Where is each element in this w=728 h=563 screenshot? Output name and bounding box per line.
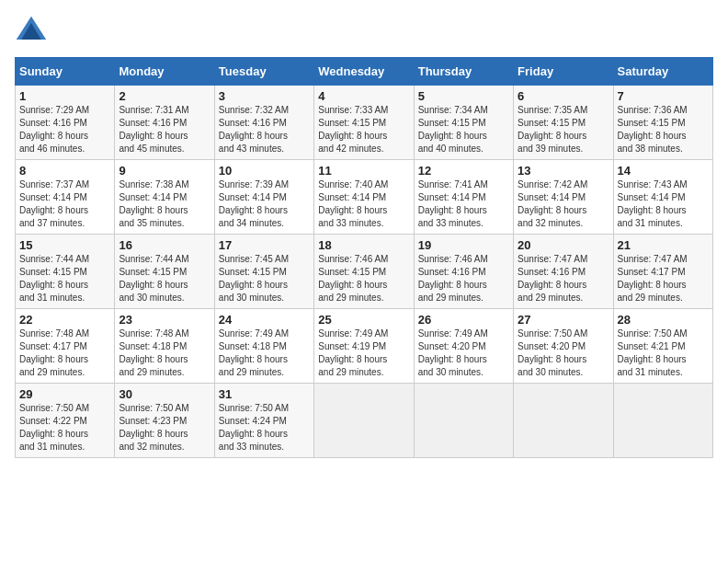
day-number: 3 (219, 89, 310, 103)
day-number: 30 (119, 387, 210, 401)
day-number: 9 (119, 164, 210, 178)
day-info: Sunrise: 7:29 AM Sunset: 4:16 PM Dayligh… (19, 104, 110, 155)
calendar-cell: 31Sunrise: 7:50 AM Sunset: 4:24 PM Dayli… (214, 384, 313, 458)
calendar-header-row: SundayMondayTuesdayWednesdayThursdayFrid… (16, 58, 713, 86)
day-number: 16 (119, 238, 210, 252)
day-number: 15 (19, 238, 110, 252)
calendar-week-row: 29Sunrise: 7:50 AM Sunset: 4:22 PM Dayli… (16, 384, 713, 458)
calendar-cell: 19Sunrise: 7:46 AM Sunset: 4:16 PM Dayli… (414, 235, 513, 309)
day-info: Sunrise: 7:31 AM Sunset: 4:16 PM Dayligh… (119, 104, 210, 155)
day-number: 26 (418, 313, 509, 327)
calendar-cell: 23Sunrise: 7:48 AM Sunset: 4:18 PM Dayli… (115, 309, 214, 384)
day-number: 18 (318, 238, 409, 252)
day-number: 25 (318, 313, 409, 327)
day-number: 4 (318, 89, 409, 103)
day-info: Sunrise: 7:47 AM Sunset: 4:16 PM Dayligh… (518, 253, 609, 304)
day-info: Sunrise: 7:42 AM Sunset: 4:14 PM Dayligh… (518, 178, 609, 230)
day-info: Sunrise: 7:37 AM Sunset: 4:14 PM Dayligh… (19, 178, 110, 230)
day-info: Sunrise: 7:49 AM Sunset: 4:18 PM Dayligh… (219, 327, 310, 379)
day-info: Sunrise: 7:48 AM Sunset: 4:18 PM Dayligh… (119, 327, 210, 379)
calendar-cell: 6Sunrise: 7:35 AM Sunset: 4:15 PM Daylig… (514, 86, 613, 160)
calendar-cell: 27Sunrise: 7:50 AM Sunset: 4:20 PM Dayli… (514, 309, 613, 384)
day-info: Sunrise: 7:35 AM Sunset: 4:15 PM Dayligh… (518, 104, 609, 155)
calendar-week-row: 8Sunrise: 7:37 AM Sunset: 4:14 PM Daylig… (16, 160, 713, 235)
calendar-cell: 25Sunrise: 7:49 AM Sunset: 4:19 PM Dayli… (314, 309, 414, 384)
day-number: 11 (318, 164, 409, 178)
calendar-cell (613, 384, 712, 458)
day-info: Sunrise: 7:50 AM Sunset: 4:21 PM Dayligh… (618, 327, 709, 379)
day-info: Sunrise: 7:32 AM Sunset: 4:16 PM Dayligh… (219, 104, 310, 155)
calendar-cell: 13Sunrise: 7:42 AM Sunset: 4:14 PM Dayli… (514, 160, 613, 235)
day-number: 10 (219, 164, 310, 178)
calendar-cell: 1Sunrise: 7:29 AM Sunset: 4:16 PM Daylig… (16, 86, 115, 160)
column-header-wednesday: Wednesday (314, 58, 414, 86)
day-info: Sunrise: 7:46 AM Sunset: 4:15 PM Dayligh… (318, 253, 409, 304)
day-number: 20 (518, 238, 609, 252)
day-info: Sunrise: 7:39 AM Sunset: 4:14 PM Dayligh… (219, 178, 310, 230)
day-info: Sunrise: 7:46 AM Sunset: 4:16 PM Dayligh… (418, 253, 509, 304)
day-number: 5 (418, 89, 509, 103)
day-info: Sunrise: 7:49 AM Sunset: 4:19 PM Dayligh… (318, 327, 409, 379)
calendar-cell: 28Sunrise: 7:50 AM Sunset: 4:21 PM Dayli… (613, 309, 712, 384)
column-header-thursday: Thursday (414, 58, 513, 86)
calendar-cell: 18Sunrise: 7:46 AM Sunset: 4:15 PM Dayli… (314, 235, 414, 309)
calendar-week-row: 1Sunrise: 7:29 AM Sunset: 4:16 PM Daylig… (16, 86, 713, 160)
day-info: Sunrise: 7:47 AM Sunset: 4:17 PM Dayligh… (618, 253, 709, 304)
day-number: 27 (518, 313, 609, 327)
day-number: 19 (418, 238, 509, 252)
day-info: Sunrise: 7:50 AM Sunset: 4:22 PM Dayligh… (19, 402, 110, 454)
day-number: 24 (219, 313, 310, 327)
day-number: 1 (19, 89, 110, 103)
column-header-tuesday: Tuesday (214, 58, 313, 86)
calendar-cell: 29Sunrise: 7:50 AM Sunset: 4:22 PM Dayli… (16, 384, 115, 458)
calendar-cell (414, 384, 513, 458)
day-number: 29 (19, 387, 110, 401)
day-info: Sunrise: 7:50 AM Sunset: 4:23 PM Dayligh… (119, 402, 210, 454)
day-info: Sunrise: 7:49 AM Sunset: 4:20 PM Dayligh… (418, 327, 509, 379)
day-info: Sunrise: 7:41 AM Sunset: 4:14 PM Dayligh… (418, 178, 509, 230)
calendar-cell: 15Sunrise: 7:44 AM Sunset: 4:15 PM Dayli… (16, 235, 115, 309)
calendar-cell: 7Sunrise: 7:36 AM Sunset: 4:15 PM Daylig… (613, 86, 712, 160)
calendar-cell: 22Sunrise: 7:48 AM Sunset: 4:17 PM Dayli… (16, 309, 115, 384)
calendar-cell: 10Sunrise: 7:39 AM Sunset: 4:14 PM Dayli… (214, 160, 313, 235)
calendar-cell (314, 384, 414, 458)
logo (15, 15, 51, 48)
day-info: Sunrise: 7:40 AM Sunset: 4:14 PM Dayligh… (318, 178, 409, 230)
calendar-cell: 11Sunrise: 7:40 AM Sunset: 4:14 PM Dayli… (314, 160, 414, 235)
calendar-cell (514, 384, 613, 458)
day-info: Sunrise: 7:50 AM Sunset: 4:20 PM Dayligh… (518, 327, 609, 379)
day-number: 6 (518, 89, 609, 103)
calendar-cell: 26Sunrise: 7:49 AM Sunset: 4:20 PM Dayli… (414, 309, 513, 384)
calendar-cell: 2Sunrise: 7:31 AM Sunset: 4:16 PM Daylig… (115, 86, 214, 160)
day-info: Sunrise: 7:45 AM Sunset: 4:15 PM Dayligh… (219, 253, 310, 304)
day-info: Sunrise: 7:38 AM Sunset: 4:14 PM Dayligh… (119, 178, 210, 230)
calendar-cell: 21Sunrise: 7:47 AM Sunset: 4:17 PM Dayli… (613, 235, 712, 309)
day-number: 14 (618, 164, 709, 178)
calendar-cell: 17Sunrise: 7:45 AM Sunset: 4:15 PM Dayli… (214, 235, 313, 309)
calendar-cell: 24Sunrise: 7:49 AM Sunset: 4:18 PM Dayli… (214, 309, 313, 384)
calendar-cell: 5Sunrise: 7:34 AM Sunset: 4:15 PM Daylig… (414, 86, 513, 160)
calendar-cell: 9Sunrise: 7:38 AM Sunset: 4:14 PM Daylig… (115, 160, 214, 235)
calendar-week-row: 22Sunrise: 7:48 AM Sunset: 4:17 PM Dayli… (16, 309, 713, 384)
day-number: 8 (19, 164, 110, 178)
column-header-sunday: Sunday (16, 58, 115, 86)
day-number: 17 (219, 238, 310, 252)
day-number: 22 (19, 313, 110, 327)
day-number: 23 (119, 313, 210, 327)
column-header-saturday: Saturday (613, 58, 712, 86)
column-header-friday: Friday (514, 58, 613, 86)
day-info: Sunrise: 7:50 AM Sunset: 4:24 PM Dayligh… (219, 402, 310, 454)
calendar-cell: 3Sunrise: 7:32 AM Sunset: 4:16 PM Daylig… (214, 86, 313, 160)
calendar-cell: 16Sunrise: 7:44 AM Sunset: 4:15 PM Dayli… (115, 235, 214, 309)
day-info: Sunrise: 7:43 AM Sunset: 4:14 PM Dayligh… (618, 178, 709, 230)
calendar-table: SundayMondayTuesdayWednesdayThursdayFrid… (15, 57, 713, 458)
day-info: Sunrise: 7:44 AM Sunset: 4:15 PM Dayligh… (19, 253, 110, 304)
day-number: 7 (618, 89, 709, 103)
calendar-cell: 12Sunrise: 7:41 AM Sunset: 4:14 PM Dayli… (414, 160, 513, 235)
day-number: 13 (518, 164, 609, 178)
day-number: 21 (618, 238, 709, 252)
day-info: Sunrise: 7:33 AM Sunset: 4:15 PM Dayligh… (318, 104, 409, 155)
calendar-week-row: 15Sunrise: 7:44 AM Sunset: 4:15 PM Dayli… (16, 235, 713, 309)
day-number: 31 (219, 387, 310, 401)
day-info: Sunrise: 7:44 AM Sunset: 4:15 PM Dayligh… (119, 253, 210, 304)
